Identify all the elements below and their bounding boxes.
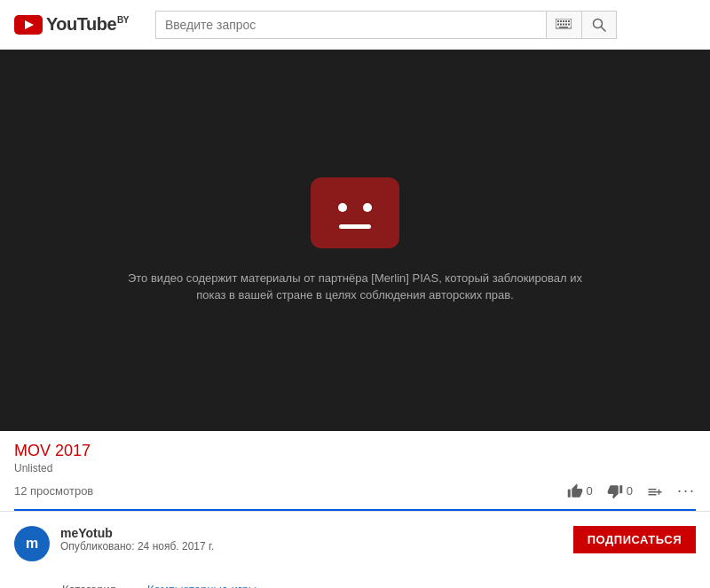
search-button[interactable] bbox=[581, 11, 617, 39]
action-buttons: 0 0 ··· bbox=[567, 482, 696, 500]
channel-info: meYotub Опубликовано: 24 нояб. 2017 г. bbox=[60, 526, 214, 553]
view-count: 12 просмотров bbox=[14, 484, 93, 498]
error-message: Это видео содержит материалы от партнёра… bbox=[106, 270, 604, 304]
video-info: MOV 2017 Unlisted 12 просмотров 0 0 bbox=[0, 431, 710, 512]
error-eyes bbox=[338, 203, 372, 212]
dislike-count: 0 bbox=[627, 484, 633, 498]
publish-date: Опубликовано: 24 нояб. 2017 г. bbox=[60, 540, 214, 553]
channel-section: m meYotub Опубликовано: 24 нояб. 2017 г.… bbox=[0, 512, 710, 576]
avatar-letter: m bbox=[26, 536, 38, 552]
error-mouth bbox=[339, 224, 371, 229]
logo-text: YouTubeBY bbox=[46, 14, 129, 35]
video-stats-row: 12 просмотров 0 0 bbox=[14, 482, 696, 511]
like-count: 0 bbox=[587, 484, 593, 498]
error-icon-container bbox=[311, 177, 399, 248]
header: YouTubeBY bbox=[0, 0, 710, 50]
svg-rect-4 bbox=[560, 20, 562, 22]
logo-brand: YouTube bbox=[46, 14, 116, 34]
add-to-playlist-icon bbox=[647, 483, 663, 499]
video-player: Это видео содержит материалы от партнёра… bbox=[0, 50, 710, 431]
dislike-button[interactable]: 0 bbox=[607, 483, 633, 499]
subscribe-button[interactable]: ПОДПИСАТЬСЯ bbox=[573, 526, 696, 553]
more-options-button[interactable]: ··· bbox=[677, 482, 696, 500]
svg-rect-3 bbox=[557, 20, 559, 22]
svg-rect-13 bbox=[559, 27, 568, 28]
search-input[interactable] bbox=[155, 11, 546, 39]
category-value[interactable]: Компьютерные игры bbox=[147, 583, 256, 588]
logo-area[interactable]: YouTubeBY bbox=[14, 14, 129, 35]
search-area bbox=[155, 11, 617, 39]
svg-rect-12 bbox=[568, 23, 570, 25]
keyboard-button[interactable] bbox=[546, 11, 581, 39]
search-icon bbox=[592, 18, 606, 32]
svg-rect-11 bbox=[565, 23, 567, 25]
add-to-playlist-button[interactable] bbox=[647, 483, 663, 499]
like-button[interactable]: 0 bbox=[567, 483, 593, 499]
channel-left: m meYotub Опубликовано: 24 нояб. 2017 г. bbox=[14, 526, 214, 561]
youtube-logo-icon bbox=[14, 15, 43, 35]
svg-line-15 bbox=[601, 27, 605, 31]
meta-section: Категория Компьютерные игры Лицензия Ста… bbox=[0, 576, 710, 588]
error-face-icon bbox=[311, 177, 399, 248]
svg-rect-8 bbox=[557, 23, 559, 25]
category-label: Категория bbox=[62, 583, 133, 588]
svg-rect-9 bbox=[560, 23, 562, 25]
thumbs-up-icon bbox=[567, 483, 583, 499]
more-dots: ··· bbox=[677, 482, 696, 500]
channel-name[interactable]: meYotub bbox=[60, 526, 214, 540]
thumbs-down-icon bbox=[607, 483, 623, 499]
main-content: Это видео содержит материалы от партнёра… bbox=[0, 50, 710, 588]
svg-rect-5 bbox=[563, 20, 564, 22]
svg-rect-6 bbox=[565, 20, 567, 22]
logo-country: BY bbox=[117, 15, 129, 25]
category-row: Категория Компьютерные игры bbox=[62, 583, 696, 588]
svg-rect-10 bbox=[563, 23, 564, 25]
error-eye-right bbox=[363, 203, 372, 212]
video-title: MOV 2017 bbox=[14, 442, 696, 460]
error-eye-left bbox=[338, 203, 347, 212]
keyboard-icon bbox=[556, 19, 572, 31]
channel-avatar[interactable]: m bbox=[14, 526, 50, 561]
video-unlisted-label: Unlisted bbox=[14, 462, 696, 474]
svg-rect-7 bbox=[568, 20, 570, 22]
